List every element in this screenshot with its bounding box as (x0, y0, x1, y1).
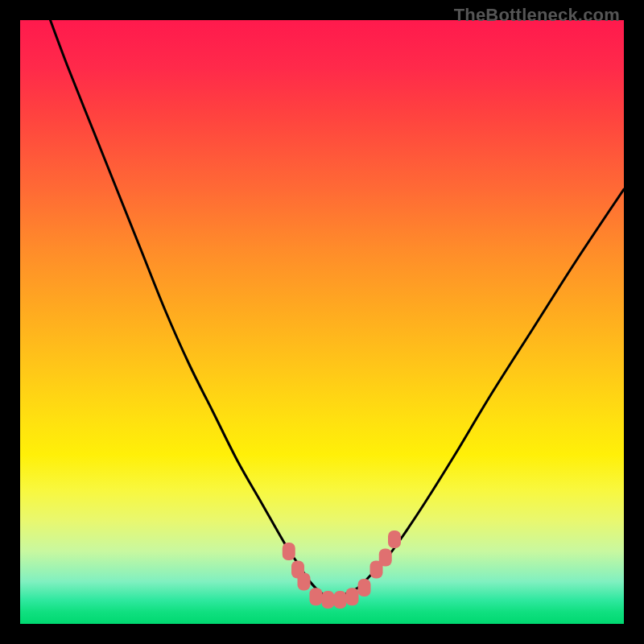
marker-dot (379, 549, 392, 567)
marker-group (283, 530, 401, 609)
marker-dot (298, 573, 311, 591)
curve-group (51, 20, 625, 600)
marker-dot (310, 588, 323, 605)
marker-dot (388, 530, 401, 548)
curve-left-curve (51, 20, 335, 600)
attribution-label: TheBottleneck.com (454, 5, 620, 26)
marker-dot (334, 591, 347, 609)
chart-container: TheBottleneck.com (0, 0, 644, 644)
marker-dot (358, 579, 371, 597)
chart-svg (20, 20, 624, 624)
marker-dot (283, 543, 295, 560)
marker-dot (346, 588, 359, 605)
curve-right-curve (334, 189, 624, 600)
plot-area (20, 20, 624, 624)
marker-dot (322, 591, 335, 609)
